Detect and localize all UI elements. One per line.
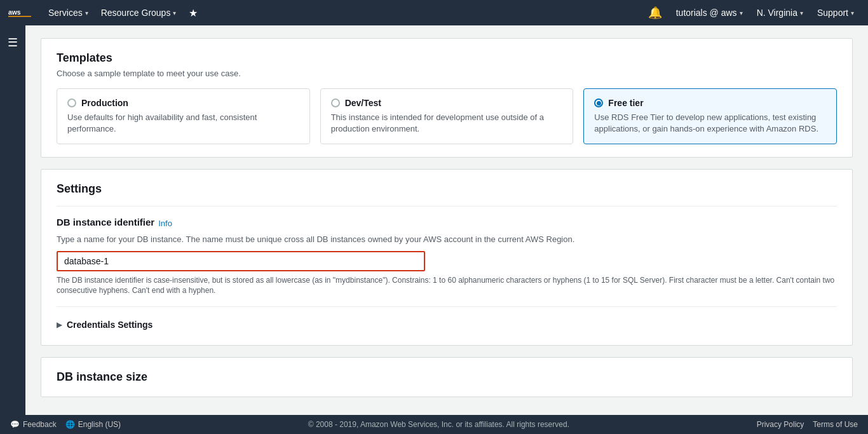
footer-left: 💬 Feedback 🌐 English (US): [10, 420, 121, 421]
aws-logo[interactable]: aws: [8, 5, 32, 20]
language-label: English (US): [78, 420, 121, 421]
user-menu[interactable]: tutorials @ aws ▾: [670, 0, 749, 25]
db-instance-size-card: DB instance size: [41, 357, 853, 397]
language-selector[interactable]: 🌐 English (US): [65, 420, 121, 421]
user-label: tutorials @ aws: [676, 8, 737, 18]
services-caret: ▾: [85, 10, 88, 17]
freetier-label: Free tier: [608, 98, 643, 108]
terms-of-use-link[interactable]: Terms of Use: [813, 420, 858, 421]
services-nav[interactable]: Services ▾: [42, 0, 95, 25]
db-identifier-desc: Type a name for your DB instance. The na…: [57, 234, 837, 245]
template-freetier[interactable]: Free tier Use RDS Free Tier to develop n…: [583, 88, 837, 144]
bookmarks-nav[interactable]: ★: [182, 0, 204, 25]
region-caret: ▾: [800, 10, 803, 17]
template-options: Production Use defaults for high availab…: [57, 88, 837, 144]
production-label: Production: [81, 98, 128, 108]
chat-icon: 💬: [10, 420, 20, 421]
db-instance-size-title: DB instance size: [57, 370, 837, 384]
resource-groups-caret: ▾: [173, 10, 176, 17]
template-devtest-header: Dev/Test: [331, 98, 563, 108]
privacy-policy-link[interactable]: Privacy Policy: [757, 420, 804, 421]
region-label: N. Virginia: [757, 8, 797, 18]
chevron-right-icon: ▶: [57, 321, 62, 329]
freetier-radio[interactable]: [594, 98, 603, 107]
user-caret: ▾: [740, 10, 743, 17]
copyright-text: © 2008 - 2019, Amazon Web Services, Inc.…: [308, 420, 569, 421]
db-identifier-info-link[interactable]: Info: [158, 219, 172, 228]
notifications-button[interactable]: 🔔: [642, 0, 668, 25]
template-production-header: Production: [67, 98, 299, 108]
sidebar: ☰: [0, 25, 25, 421]
db-identifier-label: DB instance identifier: [57, 217, 154, 227]
template-freetier-header: Free tier: [594, 98, 826, 108]
freetier-desc: Use RDS Free Tier to develop new applica…: [594, 112, 826, 135]
production-radio[interactable]: [67, 98, 76, 107]
bell-icon: 🔔: [648, 6, 662, 20]
region-menu[interactable]: N. Virginia ▾: [750, 0, 810, 25]
feedback-label: Feedback: [23, 420, 57, 421]
devtest-label: Dev/Test: [345, 98, 381, 108]
db-identifier-hint: The DB instance identifier is case-insen…: [57, 275, 837, 297]
template-production[interactable]: Production Use defaults for high availab…: [57, 88, 310, 144]
db-identifier-section: DB instance identifier Info Type a name …: [57, 217, 837, 296]
settings-divider: [57, 206, 837, 207]
settings-card: Settings DB instance identifier Info Typ…: [41, 169, 853, 346]
globe-icon: 🌐: [65, 420, 75, 421]
devtest-desc: This instance is intended for developmen…: [331, 112, 563, 135]
credentials-settings-toggle[interactable]: ▶ Credentials Settings: [57, 317, 837, 332]
support-caret: ▾: [851, 10, 854, 17]
nav-right: 🔔 tutorials @ aws ▾ N. Virginia ▾ Suppor…: [642, 0, 860, 25]
star-icon: ★: [189, 7, 198, 19]
templates-title: Templates: [57, 51, 837, 65]
settings-title: Settings: [57, 182, 837, 196]
db-identifier-input[interactable]: [57, 251, 425, 271]
support-menu[interactable]: Support ▾: [811, 0, 860, 25]
resource-groups-label: Resource Groups: [101, 8, 171, 18]
footer: 💬 Feedback 🌐 English (US) © 2008 - 2019,…: [0, 415, 868, 421]
feedback-button[interactable]: 💬 Feedback: [10, 420, 57, 421]
production-desc: Use defaults for high availability and f…: [67, 112, 299, 135]
navbar: aws Services ▾ Resource Groups ▾ ★ 🔔 tut…: [0, 0, 868, 25]
templates-subtitle: Choose a sample template to meet your us…: [57, 69, 837, 78]
resource-groups-nav[interactable]: Resource Groups ▾: [95, 0, 183, 25]
svg-text:aws: aws: [8, 9, 21, 16]
templates-card: Templates Choose a sample template to me…: [41, 38, 853, 158]
footer-copyright: © 2008 - 2019, Amazon Web Services, Inc.…: [121, 420, 757, 421]
template-devtest[interactable]: Dev/Test This instance is intended for d…: [320, 88, 574, 144]
devtest-radio[interactable]: [331, 98, 340, 107]
menu-icon[interactable]: ☰: [4, 32, 22, 53]
services-label: Services: [48, 8, 83, 18]
support-label: Support: [817, 8, 848, 18]
footer-right: Privacy Policy Terms of Use: [757, 420, 858, 421]
credentials-divider: [57, 306, 837, 307]
main-content: Templates Choose a sample template to me…: [25, 25, 868, 421]
credentials-settings-label: Credentials Settings: [67, 320, 153, 330]
